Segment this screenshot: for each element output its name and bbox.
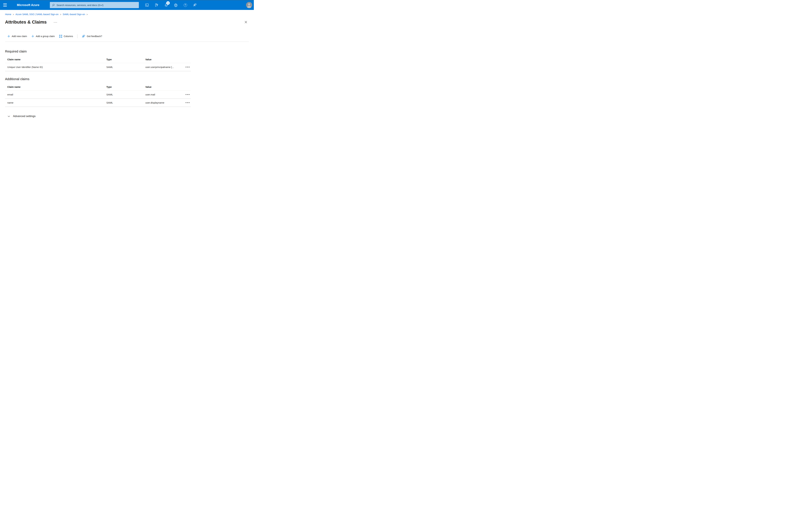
- claim-name-cell: name: [7, 101, 106, 104]
- required-claim-table: Claim name Type Value Unique User Identi…: [5, 53, 191, 71]
- help-icon: ?: [184, 3, 187, 7]
- toolbar-divider: [77, 34, 78, 38]
- ellipsis-icon: [185, 66, 186, 67]
- breadcrumb-separator-icon: >: [87, 13, 88, 16]
- plus-icon: [31, 35, 34, 38]
- notification-badge: 6: [166, 1, 170, 5]
- avatar-person-icon: [246, 2, 252, 8]
- close-button[interactable]: [244, 20, 248, 24]
- breadcrumb-saml-signon[interactable]: SAML-based Sign-on: [63, 13, 85, 16]
- feedback-person-icon: [82, 35, 85, 38]
- claim-value-cell: user.mail: [145, 93, 182, 96]
- column-header-value: Value: [145, 58, 182, 61]
- table-row[interactable]: Unique User Identifier (Name ID) SAML us…: [5, 63, 191, 71]
- topbar-icon-group: 6 ?: [143, 0, 199, 10]
- page-title: Attributes & Claims: [5, 20, 47, 25]
- table-header-row: Claim name Type Value: [5, 81, 191, 90]
- feedback-button[interactable]: [191, 1, 199, 9]
- cloud-shell-button[interactable]: [143, 1, 150, 9]
- page-more-button[interactable]: ...: [53, 20, 58, 23]
- columns-label: Columns: [64, 35, 73, 37]
- column-header-claim-name: Claim name: [7, 86, 106, 88]
- settings-button[interactable]: [172, 1, 179, 9]
- command-bar: Add new claim Add a group claim Columns …: [7, 34, 254, 38]
- claim-type-cell: SAML: [106, 93, 145, 96]
- global-search: [50, 2, 139, 8]
- search-input[interactable]: [56, 4, 137, 7]
- add-group-claim-label: Add a group claim: [36, 35, 55, 37]
- notifications-button[interactable]: 6: [163, 1, 170, 9]
- got-feedback-button[interactable]: Got feedback?: [82, 35, 102, 38]
- column-header-type: Type: [106, 58, 145, 61]
- help-button[interactable]: ?: [182, 1, 189, 9]
- title-row: Attributes & Claims ...: [5, 19, 248, 25]
- required-claim-heading: Required claim: [5, 49, 254, 53]
- breadcrumb-separator-icon: >: [60, 13, 61, 16]
- columns-icon: [59, 35, 62, 37]
- advanced-settings-expander[interactable]: Advanced settings: [7, 114, 35, 118]
- row-actions-button[interactable]: [185, 101, 191, 104]
- command-bar-divider: [5, 42, 249, 42]
- search-icon: [52, 4, 55, 6]
- column-header-claim-name: Claim name: [7, 58, 106, 61]
- feedback-icon: [193, 3, 197, 7]
- topbar: Microsoft Azure: [0, 0, 254, 10]
- advanced-settings-label: Advanced settings: [13, 115, 35, 118]
- claim-type-cell: SAML: [106, 66, 145, 69]
- additional-claims-table: Claim name Type Value email SAML user.ma…: [5, 81, 191, 107]
- claim-value-cell: user.userprincipalname [...: [145, 66, 182, 69]
- ellipsis-icon: [185, 102, 186, 103]
- directory-filter-icon: [155, 3, 158, 7]
- ellipsis-icon: [185, 94, 186, 95]
- azure-portal-window: Microsoft Azure: [0, 0, 254, 129]
- add-new-claim-label: Add new claim: [12, 35, 27, 37]
- account-avatar[interactable]: [246, 2, 252, 8]
- claim-name-cell: Unique User Identifier (Name ID): [7, 66, 106, 69]
- table-row[interactable]: name SAML user.displayname: [5, 99, 191, 107]
- claim-name-cell: email: [7, 93, 106, 96]
- breadcrumb-home[interactable]: Home: [5, 13, 11, 16]
- cloud-shell-icon: [145, 3, 149, 7]
- hamburger-icon: [3, 4, 7, 4]
- add-new-claim-button[interactable]: Add new claim: [7, 35, 27, 38]
- brand-title[interactable]: Microsoft Azure: [17, 3, 39, 7]
- add-group-claim-button[interactable]: Add a group claim: [31, 35, 55, 38]
- row-actions-button[interactable]: [185, 66, 191, 69]
- claim-type-cell: SAML: [106, 101, 145, 104]
- breadcrumb: Home > Azure SAML SSO | SAML-based Sign-…: [5, 13, 254, 16]
- column-header-type: Type: [106, 86, 145, 88]
- breadcrumb-app-signon[interactable]: Azure SAML SSO | SAML-based Sign-on: [16, 13, 58, 16]
- row-actions-button[interactable]: [185, 93, 191, 96]
- hamburger-menu-button[interactable]: [0, 0, 10, 10]
- close-icon: [244, 21, 247, 24]
- table-header-row: Claim name Type Value: [5, 53, 191, 63]
- got-feedback-label: Got feedback?: [87, 35, 102, 37]
- column-header-value: Value: [145, 86, 182, 88]
- chevron-down-icon: [7, 115, 10, 118]
- directory-filter-button[interactable]: [153, 1, 160, 9]
- additional-claims-heading: Additional claims: [5, 77, 254, 81]
- breadcrumb-separator-icon: >: [13, 13, 14, 16]
- columns-button[interactable]: Columns: [59, 35, 73, 37]
- table-row[interactable]: email SAML user.mail: [5, 90, 191, 99]
- claim-value-cell: user.displayname: [145, 101, 182, 104]
- plus-icon: [7, 35, 10, 38]
- gear-icon: [174, 3, 178, 7]
